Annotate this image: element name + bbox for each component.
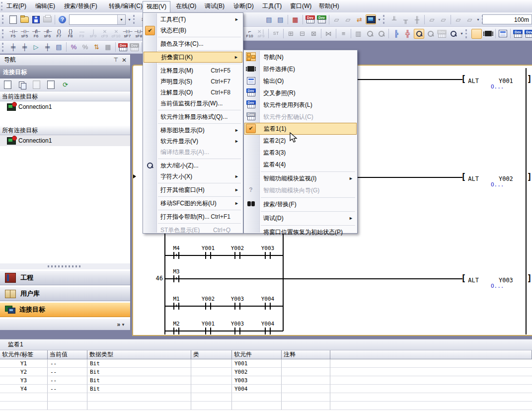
- watch-cell[interactable]: [282, 376, 330, 385]
- ladder-symbol-sF7-button[interactable]: ⊣↑⊢sF7: [122, 27, 133, 40]
- step-run-icon[interactable]: ▷: [31, 42, 41, 52]
- watch-empty-cell[interactable]: [0, 393, 48, 402]
- watch-cell[interactable]: [330, 359, 532, 368]
- menu-1[interactable]: 工程(P): [3, 1, 30, 11]
- paste-icon[interactable]: [31, 80, 42, 90]
- find-contact-icon[interactable]: [425, 29, 436, 39]
- menu-item[interactable]: 调试(D)►: [244, 212, 357, 224]
- ladder-monitor4-icon[interactable]: ▱: [427, 14, 437, 24]
- menu-item[interactable]: 字符大小(X)►: [144, 171, 242, 182]
- refresh-icon[interactable]: ⟳: [60, 80, 71, 90]
- navigation-toggle-icon[interactable]: [471, 29, 482, 39]
- menu-2[interactable]: 编辑(E): [32, 1, 59, 11]
- toolbar-overflow-icon[interactable]: ▾: [459, 29, 464, 39]
- menu-item[interactable]: 导航(N): [244, 51, 357, 63]
- watch-cell[interactable]: Bit: [87, 376, 191, 385]
- watch-empty-cell[interactable]: [48, 402, 87, 410]
- transfer2-icon[interactable]: ▱: [343, 14, 353, 24]
- menu-item[interactable]: 工具栏(T)►: [144, 14, 242, 25]
- menu-item[interactable]: 监看2(2): [244, 135, 357, 147]
- ladder-block3-icon[interactable]: ╪: [42, 42, 53, 52]
- st-icon[interactable]: ST: [271, 29, 281, 39]
- watch-cell[interactable]: Y4: [0, 385, 48, 393]
- element-selection-toggle-icon[interactable]: [483, 29, 493, 39]
- watch-cell[interactable]: [282, 385, 330, 393]
- watch-empty-cell[interactable]: [232, 402, 282, 410]
- connection-item[interactable]: Connection1: [0, 101, 130, 112]
- zoom-icon[interactable]: [448, 29, 458, 39]
- edit4-icon[interactable]: ⋈: [323, 29, 334, 39]
- save-icon[interactable]: [31, 14, 41, 24]
- pin-icon[interactable]: ⊤: [113, 57, 118, 63]
- edit5-icon[interactable]: ≡: [338, 29, 349, 39]
- menu-item[interactable]: ST单色显示(E)Ctrl+Q: [144, 225, 242, 236]
- tool-x2-icon[interactable]: %: [80, 42, 90, 52]
- help-icon[interactable]: ?: [57, 14, 68, 24]
- print-icon[interactable]: [42, 14, 53, 24]
- watch-cell[interactable]: [330, 376, 532, 385]
- column-header-7[interactable]: [330, 350, 532, 359]
- watch-cell[interactable]: [282, 368, 330, 376]
- menu-11[interactable]: 帮助(H): [315, 1, 343, 11]
- menu-item[interactable]: 搜索/替换(F): [244, 198, 357, 210]
- monitor-mode-icon[interactable]: [366, 14, 376, 24]
- doc-find1-icon[interactable]: [365, 29, 375, 39]
- menu-item[interactable]: 编译结果显示(A)...: [144, 147, 242, 158]
- transfer-setup-icon[interactable]: ⇄: [354, 14, 365, 24]
- menu-item[interactable]: 交叉参照(R): [244, 87, 357, 99]
- menu-item[interactable]: 监看1(1): [244, 123, 357, 135]
- device-list-toggle-icon[interactable]: Dev: [524, 29, 532, 39]
- doc1-icon[interactable]: ▥: [353, 29, 364, 39]
- edit2-icon[interactable]: ⊟: [297, 29, 307, 39]
- caret-down-icon[interactable]: ▼: [121, 323, 125, 327]
- toolbar-grip[interactable]: [2, 15, 5, 24]
- ladder-symbol-F10-button[interactable]: ⌐F10: [244, 27, 255, 40]
- menu-10[interactable]: 窗口(W): [287, 1, 315, 11]
- column-header-3[interactable]: 数据类型: [87, 350, 191, 359]
- watch-empty-cell[interactable]: [282, 402, 330, 410]
- ladder-symbol-sF9-button[interactable]: ❘sF9: [87, 27, 99, 40]
- watch-empty-cell[interactable]: [282, 393, 330, 402]
- watch-empty-cell[interactable]: [232, 393, 282, 402]
- menu-item[interactable]: 打开指令帮助(R)...Ctrl+F1: [144, 211, 242, 222]
- watch-cell[interactable]: [282, 359, 330, 368]
- menu-4[interactable]: 转换/编译(C): [105, 1, 146, 11]
- watch-cell[interactable]: [330, 368, 532, 376]
- ladder-symbol-cF9-button[interactable]: ✕cF9: [99, 27, 110, 40]
- tree-edit-icon[interactable]: ╬: [402, 29, 413, 39]
- watch-cell[interactable]: Y2: [0, 368, 48, 376]
- ladder-symbol-F6-button[interactable]: ⊣/⊢F6: [30, 27, 42, 40]
- menu-8[interactable]: 诊断(D): [230, 1, 257, 11]
- toolbar-grip[interactable]: [465, 29, 469, 38]
- cross-reference-toggle-icon[interactable]: Dev: [513, 29, 523, 39]
- watch-cell[interactable]: Y1: [0, 359, 48, 368]
- watch-cell[interactable]: [191, 368, 232, 376]
- ladder-monitor7-icon[interactable]: ▱: [464, 14, 475, 24]
- menu-item[interactable]: 移动SFC图的光标(U)►: [144, 198, 242, 209]
- watch-empty-cell[interactable]: [330, 393, 532, 402]
- menu-item[interactable]: 软元件显示(V)►: [144, 136, 242, 147]
- watch-empty-cell[interactable]: [330, 402, 532, 410]
- menu-9[interactable]: 工具(T): [259, 1, 285, 11]
- menu-item[interactable]: 注释显示(M)Ctrl+F5: [144, 65, 242, 76]
- sort-icon[interactable]: ⇅: [91, 42, 102, 52]
- ladder-symbol-F5-button[interactable]: ⊣ ⊢F5: [7, 27, 19, 40]
- tool-x1-icon[interactable]: %: [69, 42, 79, 52]
- ladder-monitor5-icon[interactable]: ▱: [438, 14, 449, 24]
- new-connection-icon[interactable]: [2, 80, 13, 90]
- toolbar-grip[interactable]: [2, 43, 5, 52]
- column-header-2[interactable]: 当前值: [48, 350, 87, 359]
- menu-item[interactable]: 智能功能模块向导(G): [244, 184, 357, 196]
- toolbar-grip[interactable]: [383, 15, 386, 24]
- watch-empty-cell[interactable]: [87, 393, 191, 402]
- watch-cell[interactable]: Bit: [87, 368, 191, 376]
- column-header-6[interactable]: 注释: [282, 350, 330, 359]
- watch-empty-cell[interactable]: [191, 402, 232, 410]
- column-header-4[interactable]: 类: [191, 350, 232, 359]
- transfer1-icon[interactable]: ▱: [331, 14, 342, 24]
- menu-item[interactable]: 梯形图块显示(D)►: [144, 125, 242, 136]
- menu-item[interactable]: 注解显示(O)Ctrl+F8: [144, 87, 242, 98]
- ladder-symbol-F7-button[interactable]: ( )F7: [53, 27, 65, 40]
- menu-item[interactable]: 部件选择(E): [244, 63, 357, 75]
- menu-item[interactable]: 软元件注释显示格式(Q)...: [144, 111, 242, 122]
